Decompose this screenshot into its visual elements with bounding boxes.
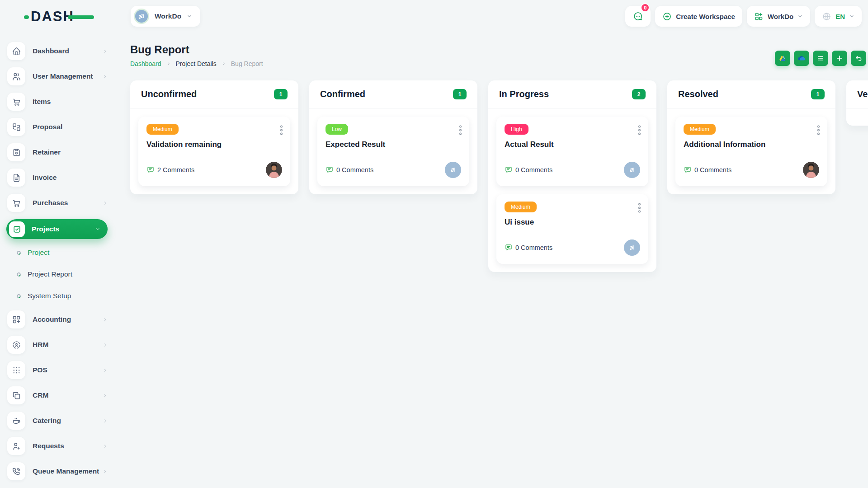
sidebar-item-label: Accounting: [33, 315, 71, 324]
card-comments[interactable]: 0 Comments: [505, 166, 552, 174]
column-header: Resolved 1: [667, 80, 835, 108]
sidebar-item-items[interactable]: Items: [7, 93, 111, 111]
transform-icon: [7, 118, 25, 136]
workspace-switcher[interactable]: WorkDo: [131, 6, 200, 27]
card-comments[interactable]: 2 Comments: [146, 166, 194, 174]
breadcrumb-current: Bug Report: [231, 60, 263, 67]
list-icon: [816, 54, 825, 62]
chevron-down-icon: [797, 14, 803, 19]
chevron-right-icon: [103, 368, 108, 373]
kanban-column-verified: Verified: [846, 80, 868, 126]
sidebar-item-pos[interactable]: POS: [7, 361, 111, 379]
comments-count-label: 0 Comments: [336, 166, 373, 174]
priority-badge: Medium: [684, 124, 716, 135]
add-bug-button[interactable]: [832, 51, 847, 66]
list-view-button[interactable]: [813, 51, 828, 66]
assignee-avatar[interactable]: [803, 162, 819, 178]
home-icon: [7, 42, 25, 60]
sidebar-item-retainer[interactable]: Retainer: [7, 143, 111, 161]
sidebar-item-queue-management[interactable]: Queue Management: [7, 462, 111, 480]
sidebar-item-proposal[interactable]: Proposal: [7, 118, 111, 136]
sidebar-item-dashboard[interactable]: Dashboard: [7, 42, 111, 60]
sidebar-item-catering[interactable]: Catering: [7, 412, 111, 430]
kanban-column-resolved: Resolved 1 Medium Additional Information…: [667, 80, 835, 194]
chevron-right-icon: [103, 201, 108, 206]
chevron-right-icon: [166, 61, 171, 66]
sidebar-item-accounting[interactable]: Accounting: [7, 310, 111, 328]
workspace-avatar: [134, 9, 149, 24]
sidebar-subitem-project[interactable]: Project: [16, 245, 111, 260]
sidebar-item-label: User Management: [33, 72, 93, 80]
assignee-avatar[interactable]: [266, 162, 282, 178]
card-comments[interactable]: 0 Comments: [326, 166, 373, 174]
breadcrumb-project-details-link[interactable]: Project Details: [176, 60, 217, 67]
app-logo[interactable]: DASH: [31, 8, 74, 25]
sidebar-item-label: Queue Management: [33, 467, 99, 475]
page-title: Bug Report: [130, 43, 189, 56]
chat-count-badge: 0: [641, 3, 650, 12]
kanban-board: Unconfirmed 1 Medium Validation remainin…: [130, 80, 868, 272]
chevron-down-icon: [95, 226, 100, 232]
sidebar-item-label: Invoice: [33, 174, 57, 182]
back-button[interactable]: [851, 51, 866, 66]
chevron-right-icon: [103, 343, 108, 347]
phone-call-icon: [7, 462, 25, 480]
kanban-card-validation-remaining[interactable]: Medium Validation remaining 2 Comments: [138, 117, 290, 186]
column-count-badge: 1: [274, 89, 288, 99]
sidebar: Dashboard User Management Items Proposal…: [0, 33, 118, 488]
column-title: Verified: [857, 89, 868, 99]
sidebar-subitem-project-report[interactable]: Project Report: [16, 267, 111, 282]
column-header: Unconfirmed 1: [130, 80, 298, 108]
language-menu-button[interactable]: EN: [815, 6, 862, 27]
kanban-card-actual-result[interactable]: High Actual Result 0 Comments: [496, 117, 648, 186]
sidebar-item-projects[interactable]: Projects: [6, 219, 108, 239]
sidebar-item-hrm[interactable]: HRM: [7, 336, 111, 354]
assignee-avatar[interactable]: [624, 239, 640, 256]
bullet-ring-icon: [16, 294, 21, 299]
sidebar-item-requests[interactable]: Requests: [7, 437, 111, 455]
breadcrumb-dashboard-link[interactable]: Dashboard: [130, 60, 161, 67]
sidebar-subitem-system-setup[interactable]: System Setup: [16, 289, 111, 303]
column-title: Unconfirmed: [141, 89, 197, 99]
sidebar-subitem-label: System Setup: [28, 292, 71, 300]
building-icon: [137, 12, 146, 21]
kanban-card-expected-result[interactable]: Low Expected Result 0 Comments: [317, 117, 469, 186]
card-comments[interactable]: 0 Comments: [684, 166, 731, 174]
person-avatar-icon: [266, 162, 282, 178]
card-menu-button[interactable]: [817, 125, 820, 136]
assignee-avatar[interactable]: [624, 162, 640, 178]
onedrive-button[interactable]: [794, 51, 809, 66]
copy-squares-icon: [7, 386, 25, 404]
google-drive-button[interactable]: [775, 51, 790, 66]
sidebar-item-crm[interactable]: CRM: [7, 386, 111, 404]
workspace-menu-button[interactable]: WorkDo: [747, 6, 810, 27]
create-workspace-button[interactable]: Create Workspace: [655, 6, 742, 27]
messages-button[interactable]: 0: [625, 6, 651, 27]
card-menu-button[interactable]: [638, 125, 641, 136]
comments-count-label: 0 Comments: [694, 166, 731, 174]
card-menu-button[interactable]: [638, 202, 641, 213]
kanban-card-ui-issue[interactable]: Medium Ui issue 0 Comments: [496, 194, 648, 264]
breadcrumb: Dashboard Project Details Bug Report: [130, 60, 263, 67]
comments-count-label: 2 Comments: [157, 166, 194, 174]
card-comments[interactable]: 0 Comments: [505, 244, 552, 252]
sidebar-item-label: POS: [33, 366, 47, 374]
logo-accent-bar: [68, 15, 94, 19]
building-icon: [627, 165, 637, 174]
plus-icon: [835, 54, 844, 62]
sidebar-item-purchases[interactable]: Purchases: [7, 194, 111, 212]
logo-accent-left: [24, 15, 29, 19]
column-header: Verified: [846, 80, 868, 108]
file-text-icon: [7, 169, 25, 187]
kanban-card-additional-information[interactable]: Medium Additional Information 0 Comments: [675, 117, 827, 186]
chevron-down-icon: [187, 14, 192, 19]
sidebar-item-invoice[interactable]: Invoice: [7, 169, 111, 187]
vertical-dots-icon: [459, 125, 462, 136]
card-menu-button[interactable]: [280, 125, 283, 136]
comment-icon: [505, 244, 513, 252]
sidebar-item-label: Catering: [33, 417, 61, 425]
sidebar-item-user-management[interactable]: User Management: [7, 67, 111, 85]
assignee-avatar[interactable]: [445, 162, 461, 178]
page-actions: [775, 51, 866, 66]
card-menu-button[interactable]: [459, 125, 462, 136]
